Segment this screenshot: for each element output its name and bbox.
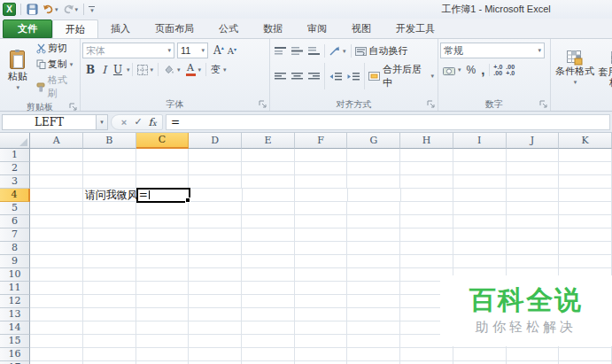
- cell-F5[interactable]: [295, 202, 348, 215]
- tab-view[interactable]: 视图: [339, 19, 383, 38]
- align-right-button[interactable]: [306, 71, 322, 82]
- row-header-16[interactable]: 16: [0, 348, 30, 361]
- cell-G7[interactable]: [347, 228, 400, 242]
- column-header-G[interactable]: G: [347, 133, 400, 149]
- grow-font-button[interactable]: A▴: [212, 44, 226, 57]
- font-size-combobox[interactable]: 11 ▾: [177, 43, 208, 58]
- cell-F8[interactable]: [295, 242, 348, 255]
- cell-G10[interactable]: [347, 268, 400, 282]
- cell-H8[interactable]: [400, 242, 453, 255]
- tab-developer[interactable]: 开发工具: [383, 19, 447, 38]
- column-header-D[interactable]: D: [189, 133, 242, 149]
- select-all-corner[interactable]: [0, 133, 30, 149]
- cell-J5[interactable]: [507, 202, 560, 215]
- font-color-button[interactable]: A ▾: [183, 63, 205, 77]
- comma-style-button[interactable]: ,: [478, 66, 487, 74]
- percent-style-button[interactable]: %: [464, 63, 479, 77]
- cell-C12[interactable]: [136, 295, 190, 308]
- paste-button[interactable]: 粘贴 ▾: [2, 41, 34, 101]
- accounting-format-button[interactable]: ▾: [440, 65, 464, 76]
- cell-C10[interactable]: [136, 268, 190, 282]
- cell-G16[interactable]: [347, 348, 400, 361]
- clipboard-dialog-launcher[interactable]: [69, 103, 77, 111]
- increase-decimal-button[interactable]: +.0 .00: [492, 63, 504, 77]
- cell-A10[interactable]: [30, 268, 83, 282]
- cell-D2[interactable]: [189, 162, 242, 175]
- cell-G1[interactable]: [347, 149, 400, 162]
- cell-I8[interactable]: [453, 242, 507, 255]
- cell-A11[interactable]: [30, 282, 83, 295]
- row-header-4[interactable]: 4: [0, 189, 30, 202]
- customize-quick-access-button[interactable]: ▾: [89, 6, 95, 12]
- cell-K9[interactable]: [559, 255, 612, 268]
- cell-G4[interactable]: [348, 189, 401, 202]
- borders-dropdown-icon[interactable]: ▾: [151, 66, 154, 74]
- cell-C9[interactable]: [136, 255, 190, 268]
- column-header-H[interactable]: H: [400, 133, 453, 149]
- row-header-12[interactable]: 12: [0, 295, 30, 308]
- name-box-dropdown[interactable]: ▾: [97, 114, 108, 130]
- cell-H4[interactable]: [401, 189, 454, 202]
- cell-C15[interactable]: [136, 335, 190, 348]
- align-middle-button[interactable]: [289, 45, 306, 57]
- cell-J7[interactable]: [507, 228, 560, 242]
- copy-button[interactable]: 复制 ▾: [34, 57, 78, 72]
- row-header-3[interactable]: 3: [0, 175, 30, 189]
- cell-F6[interactable]: [295, 215, 348, 228]
- cell-K3[interactable]: [559, 175, 612, 189]
- cell-D10[interactable]: [189, 268, 242, 282]
- cell-D9[interactable]: [189, 255, 242, 268]
- merge-center-dropdown-icon[interactable]: ▾: [430, 73, 434, 80]
- cell-A13[interactable]: [30, 308, 83, 321]
- cell-D3[interactable]: [189, 175, 242, 189]
- cell-C11[interactable]: [136, 282, 190, 295]
- cell-I7[interactable]: [453, 228, 507, 242]
- cell-D12[interactable]: [189, 295, 242, 308]
- cell-J2[interactable]: [507, 162, 560, 175]
- cell-F4[interactable]: [295, 189, 348, 202]
- cell-E6[interactable]: [242, 215, 295, 228]
- cell-E10[interactable]: [242, 268, 295, 282]
- cancel-button[interactable]: ×: [117, 117, 131, 128]
- tab-page-layout[interactable]: 页面布局: [143, 19, 206, 38]
- cell-A15[interactable]: [30, 335, 83, 348]
- cell-F9[interactable]: [295, 255, 348, 268]
- underline-dropdown-icon[interactable]: ▾: [127, 66, 130, 74]
- format-as-table-button[interactable]: 套用 表格格式: [597, 51, 612, 88]
- cell-C16[interactable]: [136, 348, 190, 361]
- cell-K1[interactable]: [559, 149, 612, 162]
- merge-center-button[interactable]: 合并后居中 ▾: [367, 62, 436, 90]
- cell-A12[interactable]: [30, 295, 83, 308]
- row-header-2[interactable]: 2: [0, 162, 30, 175]
- cell-C8[interactable]: [136, 242, 190, 255]
- cell-G8[interactable]: [347, 242, 400, 255]
- cell-E13[interactable]: [242, 308, 295, 321]
- cell-J6[interactable]: [507, 215, 560, 228]
- cell-F7[interactable]: [295, 228, 348, 242]
- cell-I16[interactable]: [453, 348, 507, 361]
- cell-G13[interactable]: [347, 308, 400, 321]
- cell-G6[interactable]: [347, 215, 400, 228]
- cell-K8[interactable]: [559, 242, 612, 255]
- cell-E2[interactable]: [242, 162, 295, 175]
- cell-H16[interactable]: [400, 348, 453, 361]
- cell-F2[interactable]: [295, 162, 348, 175]
- cell-C7[interactable]: [136, 228, 190, 242]
- cell-J3[interactable]: [507, 175, 560, 189]
- enter-button[interactable]: ✓: [131, 116, 145, 128]
- cell-K5[interactable]: [559, 202, 612, 215]
- cell-D15[interactable]: [189, 335, 242, 348]
- italic-button[interactable]: I: [98, 63, 110, 77]
- column-header-E[interactable]: E: [242, 133, 295, 149]
- font-dialog-launcher[interactable]: [259, 100, 267, 108]
- cell-C14[interactable]: [136, 321, 190, 335]
- tab-home[interactable]: 开始: [52, 19, 98, 38]
- cell-A3[interactable]: [30, 175, 83, 189]
- cell-A8[interactable]: [30, 242, 83, 255]
- cell-H7[interactable]: [400, 228, 453, 242]
- font-name-combobox[interactable]: 宋体 ▾: [82, 43, 174, 58]
- conditional-formatting-button[interactable]: 条件格式 ▾: [553, 50, 597, 88]
- cell-K7[interactable]: [559, 228, 612, 242]
- cell-K16[interactable]: [559, 348, 612, 361]
- cell-I1[interactable]: [453, 149, 507, 162]
